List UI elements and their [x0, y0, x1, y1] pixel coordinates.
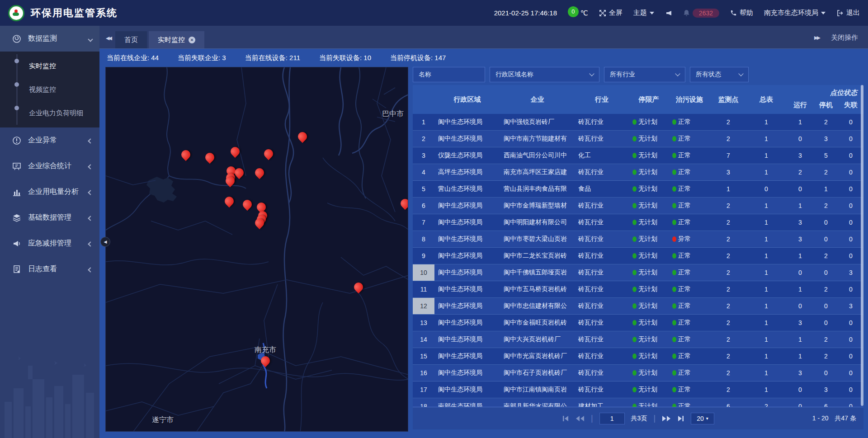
tab-scroll-right-icon[interactable]: ▶▶ — [814, 35, 819, 41]
notifications[interactable]: 2632 — [683, 9, 719, 18]
page-number-input[interactable]: 1 — [599, 413, 625, 424]
table-row[interactable]: 7阆中生态环境局阆中明阳建材有限公司砖瓦行业无计划正常21300 — [413, 214, 863, 231]
status-dot-green — [632, 253, 637, 259]
first-page-icon[interactable] — [562, 415, 569, 422]
cell-facility-status: 正常 — [669, 348, 710, 364]
table-row[interactable]: 4高坪生态环境局南充市高坪区王家店建砖瓦行业无计划正常31220 — [413, 164, 863, 181]
cell-points: 2 — [710, 365, 746, 381]
sidebar-item-1[interactable]: 企业异常 — [0, 127, 99, 153]
theme-menu[interactable]: 主题 — [633, 9, 654, 17]
sound-button[interactable] — [665, 9, 672, 17]
tab-首页[interactable]: 首页 — [115, 31, 147, 48]
sidebar-item-5[interactable]: 应急减排管理 — [0, 231, 99, 256]
tab-label: 实时监控 — [158, 36, 185, 44]
range-label: 1 - 20 — [812, 414, 829, 423]
map[interactable]: 巴中市南充市遂宁市 — [105, 67, 408, 432]
table-row[interactable]: 8阆中生态环境局阆中市枣碧大梁山页岩砖瓦行业无计划异常21300 — [413, 231, 863, 248]
tab-scroll-left-icon[interactable]: ◀◀ — [99, 35, 115, 48]
cell-production-status: 无计划 — [629, 164, 669, 180]
logout-button[interactable]: 退出 — [836, 9, 860, 17]
cell-run: 3 — [786, 231, 814, 247]
sidebar-item-2[interactable]: 企业综合统计 — [0, 153, 99, 179]
table-row[interactable]: 18南部生态环境局南部县新华水泥有限公建材加工无计划正常62060 — [413, 398, 863, 407]
table-row[interactable]: 2阆中生态环境局阆中市南方节能建材有砖瓦行业无计划正常21030 — [413, 131, 863, 147]
sidebar-nav: 数据监测实时监控视频监控企业电力负荷明细企业异常企业综合统计企业用电量分析基础数… — [0, 26, 99, 282]
table-row[interactable]: 16阆中生态环境局阆中市石子页岩机砖厂砖瓦行业无计划正常21300 — [413, 365, 863, 381]
cell-lost: 0 — [838, 131, 863, 147]
cell-lost: 0 — [838, 164, 863, 180]
cell-production-status: 无计划 — [629, 231, 669, 247]
cell-facility-status: 正常 — [669, 381, 710, 398]
tab-实时监控[interactable]: 实时监控× — [149, 31, 204, 48]
cell-run: 3 — [786, 365, 814, 381]
sidebar-item-3[interactable]: 企业用电量分析 — [0, 179, 99, 205]
tab-bar: ◀◀ 首页实时监控× ▶▶ 关闭操作 — [99, 26, 868, 49]
status-dot-green — [632, 236, 637, 242]
cell-run: 0 — [786, 181, 814, 197]
table-row[interactable]: 6阆中生态环境局阆中市金博瑞新型墙材砖瓦行业无计划正常21120 — [413, 198, 863, 214]
stat-item: 当前失联设备: 10 — [319, 54, 371, 62]
bell-icon — [683, 9, 690, 17]
sidebar-item-4[interactable]: 基础数据管理 — [0, 205, 99, 231]
cell-industry: 砖瓦行业 — [575, 198, 629, 214]
industry-select[interactable]: 所有行业 — [604, 67, 685, 82]
cell-facility-status: 正常 — [669, 298, 710, 314]
prev-page-icon[interactable] — [576, 415, 585, 422]
stat-item: 当前失联企业: 3 — [178, 54, 226, 62]
sidebar-subitem[interactable]: 实时监控 — [0, 54, 99, 78]
row-index: 13 — [413, 315, 434, 331]
sidebar-item-0[interactable]: 数据监测 — [0, 26, 99, 52]
sidebar-subitem[interactable]: 视频监控 — [0, 78, 99, 101]
close-operations-button[interactable]: 关闭操作 — [831, 33, 858, 42]
cell-company: 阆中市枣碧大梁山页岩 — [500, 231, 575, 247]
cell-meters: 1 — [746, 331, 786, 348]
cell-industry: 食品 — [575, 181, 629, 197]
table-row[interactable]: 15阆中生态环境局阆中市光富页岩机砖厂砖瓦行业无计划正常21120 — [413, 348, 863, 365]
status-dot-green — [672, 404, 676, 407]
region-select[interactable]: 行政区域名称 — [490, 67, 599, 82]
table-row[interactable]: 13阆中生态环境局阆中市金福旺页岩机砖砖瓦行业无计划正常21300 — [413, 315, 863, 331]
name-search-input[interactable]: 名称 — [413, 67, 485, 82]
last-page-icon[interactable] — [677, 415, 684, 422]
status-dot-green — [632, 136, 637, 141]
header-right: 2021-02-25 17:46:18 0 ℃ 全屏 主题 2632 帮助 南充… — [494, 9, 860, 18]
table-scrollbar[interactable] — [861, 85, 863, 406]
cell-production-status: 无计划 — [629, 298, 669, 314]
cell-company: 阆中市金博瑞新型墙材 — [500, 198, 575, 214]
cell-run: 1 — [786, 331, 814, 348]
status-dot-green — [672, 270, 676, 275]
table-row[interactable]: 11阆中生态环境局阆中市五马桥页岩机砖砖瓦行业无计划正常21120 — [413, 281, 863, 298]
temperature-unit: ℃ — [580, 9, 588, 17]
table-row[interactable]: 12阆中生态环境局阆中市忠信建材有限公砖瓦行业无计划正常21003 — [413, 298, 863, 315]
cell-production-status: 无计划 — [629, 365, 669, 381]
table-row[interactable]: 9阆中生态环境局阆中市二龙长宝页岩砖砖瓦行业无计划正常21120 — [413, 248, 863, 264]
sidebar-subitem[interactable]: 企业电力负荷明细 — [0, 101, 99, 125]
cell-meters: 1 — [746, 214, 786, 231]
cell-company: 阆中市金福旺页岩机砖 — [500, 315, 575, 331]
row-index: 8 — [413, 231, 434, 247]
cell-region: 阆中生态环境局 — [434, 315, 500, 331]
sidebar-item-6[interactable]: 日志查看 — [0, 256, 99, 282]
chevron-down-icon — [821, 12, 826, 14]
table-row[interactable]: 14阆中生态环境局阆中大兴页岩机砖厂砖瓦行业无计划正常21120 — [413, 331, 863, 348]
tab-close-icon[interactable]: × — [189, 37, 195, 43]
status-dot-green — [632, 320, 637, 325]
table-row[interactable]: 3仪陇生态环境局西南油气田分公司川中化工无计划正常71350 — [413, 147, 863, 164]
cell-run: 2 — [786, 164, 814, 180]
next-page-icon[interactable] — [662, 415, 671, 422]
status-select[interactable]: 所有状态 — [690, 67, 749, 82]
table-row[interactable]: 17阆中生态环境局阆中市江南镇阆南页岩砖瓦行业无计划正常21030 — [413, 381, 863, 398]
cell-production-status: 无计划 — [629, 398, 669, 407]
cell-production-status: 无计划 — [629, 147, 669, 164]
help-button[interactable]: 帮助 — [730, 9, 753, 17]
table-row[interactable]: 5营山生态环境局营山县润丰肉食品有限食品无计划正常10010 — [413, 181, 863, 198]
cell-points: 1 — [710, 181, 746, 197]
map-collapse-toggle[interactable]: ◀ — [100, 237, 110, 247]
fullscreen-button[interactable]: 全屏 — [599, 9, 623, 17]
map-city-label: 巴中市 — [382, 109, 404, 119]
sidebar-item-label: 日志查看 — [28, 264, 57, 274]
page-size-select[interactable]: 20 ▾ — [691, 413, 714, 424]
table-row[interactable]: 10阆中生态环境局阆中千佛镇五郎垭页岩砖瓦行业无计划正常21003 — [413, 264, 863, 281]
org-menu[interactable]: 南充市生态环境局 — [764, 9, 826, 17]
table-row[interactable]: 1阆中生态环境局阆中强锐页岩砖厂砖瓦行业无计划正常21120 — [413, 114, 863, 131]
